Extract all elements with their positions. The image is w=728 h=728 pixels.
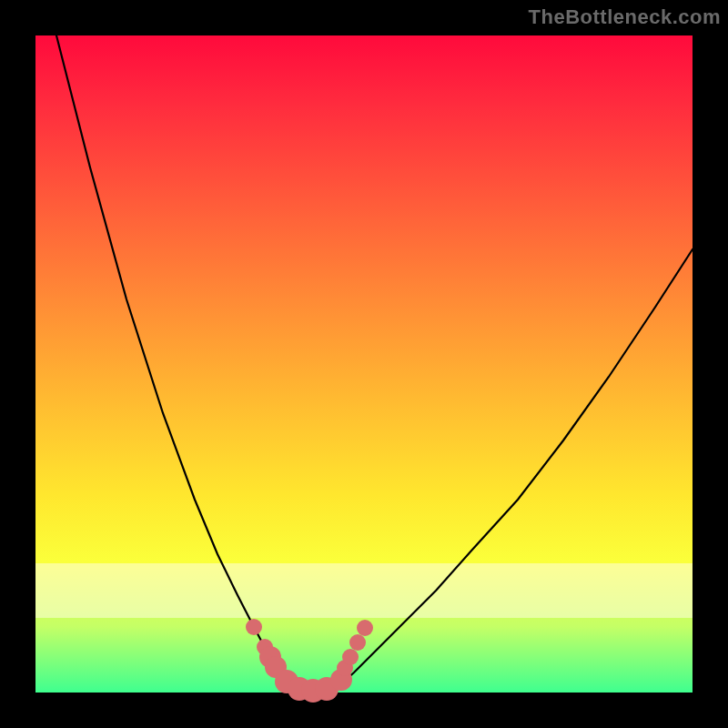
curve-layer [35, 35, 693, 693]
bead-marker [349, 634, 366, 651]
chart-frame: TheBottleneck.com [0, 0, 728, 728]
bead-marker [357, 620, 373, 636]
bead-group [246, 619, 373, 703]
curve-left [56, 35, 293, 689]
curve-right [336, 249, 693, 689]
watermark-text: TheBottleneck.com [529, 5, 721, 29]
bead-marker [342, 649, 359, 665]
bead-marker [246, 619, 262, 635]
plot-area [35, 35, 693, 693]
